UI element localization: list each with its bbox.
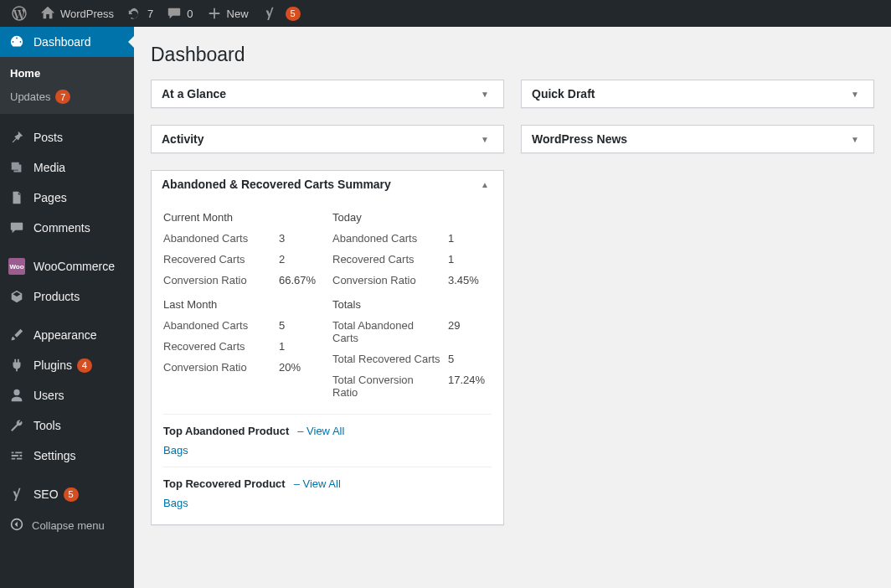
sidebar-item-plugins[interactable]: Plugins 4 — [0, 350, 134, 380]
refresh-icon — [127, 6, 142, 21]
sidebar-item-label: Tools — [33, 419, 61, 432]
widget-title: Abandoned & Recovered Carts Summary — [162, 178, 391, 191]
stat-block-today: Today Abandoned Carts 1 Recovered Carts … — [332, 208, 492, 295]
woocommerce-icon: Woo — [8, 258, 25, 275]
wordpress-icon — [12, 6, 27, 21]
sidebar-item-label: Comments — [33, 221, 90, 235]
sidebar-item-label: Appearance — [33, 328, 97, 342]
widget-title: At a Glance — [162, 87, 226, 101]
section-title: Top Abandoned Product — [163, 425, 289, 437]
chevron-down-icon[interactable]: ▼ — [847, 135, 863, 144]
plus-icon — [207, 6, 222, 21]
stat-row: Abandoned Carts 5 — [163, 319, 322, 332]
updates-badge: 7 — [55, 90, 70, 104]
sidebar-sub-updates[interactable]: Updates 7 — [0, 85, 134, 109]
sidebar-item-label: Users — [33, 389, 64, 402]
sidebar-item-posts[interactable]: Posts — [0, 122, 134, 152]
top-abandoned-item-link[interactable]: Bags — [163, 444, 188, 456]
plugin-icon — [8, 357, 25, 374]
top-recovered-header: Top Recovered Product – View All — [163, 477, 492, 490]
sidebar-item-label: WooCommerce — [33, 260, 115, 273]
sidebar-item-label: Dashboard — [33, 35, 91, 49]
stat-row: Total Recovered Carts 5 — [332, 353, 492, 365]
stat-row: Conversion Ratio 20% — [163, 361, 322, 374]
widget-carts-summary: Abandoned & Recovered Carts Summary ▲ Cu… — [151, 170, 504, 525]
stat-block-current-month: Current Month Abandoned Carts 3 Recovere… — [163, 208, 322, 295]
widget-body-carts: Current Month Abandoned Carts 3 Recovere… — [152, 198, 503, 524]
chevron-down-icon[interactable]: ▼ — [847, 90, 863, 99]
sidebar-sub-home[interactable]: Home — [0, 62, 134, 85]
top-recovered-item-link[interactable]: Bags — [163, 497, 188, 509]
collapse-menu-button[interactable]: Collapse menu — [0, 509, 134, 542]
yoast-indicator[interactable]: 5 — [255, 0, 307, 27]
sidebar-item-label: Products — [33, 290, 80, 303]
updates-count-text: 7 — [147, 8, 153, 20]
collapse-icon — [10, 518, 23, 534]
sidebar-item-tools[interactable]: Tools — [0, 410, 134, 441]
widget-activity: Activity ▼ — [151, 125, 504, 153]
widget-at-a-glance: At a Glance ▼ — [151, 80, 504, 108]
site-name-text: WordPress — [60, 8, 114, 20]
widget-header-quickdraft[interactable]: Quick Draft ▼ — [522, 80, 873, 107]
main-content: Dashboard At a Glance ▼ Activity ▼ — [134, 27, 891, 588]
stat-row: Conversion Ratio 66.67% — [163, 274, 322, 286]
sidebar-item-label: Plugins — [33, 358, 72, 372]
widget-header-activity[interactable]: Activity ▼ — [152, 126, 503, 152]
sidebar-item-products[interactable]: Products — [0, 281, 134, 312]
plugins-badge: 4 — [77, 358, 92, 373]
sidebar-item-label: Pages — [33, 191, 67, 204]
chevron-down-icon[interactable]: ▼ — [476, 90, 493, 99]
sidebar-item-settings[interactable]: Settings — [0, 441, 134, 471]
brush-icon — [8, 327, 25, 343]
widget-header-glance[interactable]: At a Glance ▼ — [152, 80, 503, 107]
stat-title: Totals — [332, 298, 492, 311]
dashboard-left-column: At a Glance ▼ Activity ▼ Abandoned & Rec… — [151, 80, 504, 542]
new-content-link[interactable]: New — [200, 0, 255, 27]
sidebar-item-dashboard[interactable]: Dashboard — [0, 27, 134, 57]
sidebar-item-label: Settings — [33, 449, 76, 462]
sidebar-item-comments[interactable]: Comments — [0, 213, 134, 243]
updates-indicator[interactable]: 7 — [121, 0, 160, 27]
stat-title: Last Month — [163, 298, 322, 311]
sidebar-item-label: Media — [33, 161, 65, 174]
admin-top-bar: WordPress 7 0 New 5 — [0, 0, 891, 27]
sidebar-item-pages[interactable]: Pages — [0, 183, 134, 213]
user-icon — [8, 387, 25, 404]
stat-row: Recovered Carts 1 — [163, 340, 322, 353]
sidebar-item-seo[interactable]: SEO 5 — [0, 479, 134, 509]
widget-title: WordPress News — [532, 132, 627, 146]
sidebar-item-woocommerce[interactable]: Woo WooCommerce — [0, 251, 134, 281]
stat-row: Recovered Carts 1 — [332, 253, 492, 266]
widget-title: Activity — [162, 132, 204, 146]
yoast-icon — [262, 6, 277, 21]
chevron-down-icon[interactable]: ▼ — [476, 135, 493, 144]
admin-side-menu: Dashboard Home Updates 7 Posts Media Pag… — [0, 27, 134, 588]
view-all-link[interactable]: – View All — [294, 477, 341, 490]
chevron-up-icon[interactable]: ▲ — [476, 180, 493, 189]
stat-row: Conversion Ratio 3.45% — [332, 274, 492, 286]
site-home-link[interactable]: WordPress — [33, 0, 121, 27]
stat-title: Today — [332, 211, 492, 224]
seo-badge: 5 — [64, 487, 79, 502]
stat-block-last-month: Last Month Abandoned Carts 5 Recovered C… — [163, 295, 322, 407]
widget-header-news[interactable]: WordPress News ▼ — [522, 126, 873, 152]
wp-logo-menu[interactable] — [5, 0, 33, 27]
products-icon — [8, 288, 25, 305]
widget-wordpress-news: WordPress News ▼ — [521, 125, 874, 153]
widget-quick-draft: Quick Draft ▼ — [521, 80, 874, 108]
page-icon — [8, 189, 25, 206]
media-icon — [8, 159, 25, 176]
yoast-badge: 5 — [286, 7, 301, 21]
dashboard-submenu: Home Updates 7 — [0, 57, 134, 114]
sidebar-item-label: Posts — [33, 131, 63, 144]
page-title: Dashboard — [151, 44, 874, 66]
collapse-label: Collapse menu — [32, 519, 105, 532]
comment-icon — [8, 219, 25, 236]
view-all-link[interactable]: – View All — [297, 425, 344, 437]
comments-indicator[interactable]: 0 — [160, 0, 199, 27]
sidebar-item-appearance[interactable]: Appearance — [0, 320, 134, 350]
dashboard-right-column: Quick Draft ▼ WordPress News ▼ — [521, 80, 874, 170]
sidebar-item-media[interactable]: Media — [0, 152, 134, 183]
widget-header-carts[interactable]: Abandoned & Recovered Carts Summary ▲ — [152, 171, 503, 198]
sidebar-item-users[interactable]: Users — [0, 380, 134, 410]
